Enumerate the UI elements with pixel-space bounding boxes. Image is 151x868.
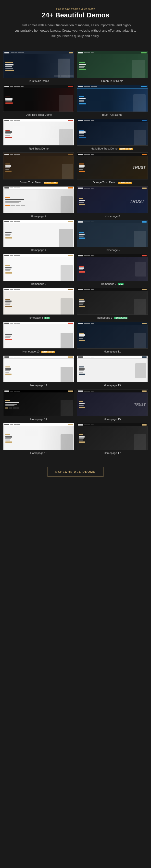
mock-logo — [4, 154, 9, 155]
mock-nav — [84, 255, 94, 256]
demo-item-trust-main[interactable]: Trust Main Demo — [3, 51, 74, 82]
mock-nav — [84, 323, 94, 324]
demo-item-green-trust[interactable]: Green Trust Demo — [77, 51, 148, 82]
mock-logo — [4, 356, 9, 358]
demo-item-hp13[interactable]: Homepage 13 — [77, 355, 148, 387]
mock-logo — [4, 322, 9, 324]
demo-label-hp14: Homepage 14 — [30, 418, 47, 421]
demo-label-hp6: Homepage 6 — [31, 282, 47, 285]
mock-logo — [78, 120, 83, 121]
demo-item-dark-red-trust[interactable]: Dark Red Trust Demo — [3, 85, 74, 116]
demo-item-dark-blue-trust[interactable]: dark Blue Trust Demo COMING SOON — [77, 119, 148, 150]
demo-item-hp15[interactable]: TRUST Homepage 15 — [77, 389, 148, 421]
demo-item-hp8[interactable]: Homepage 8 NEW — [3, 288, 74, 319]
demo-item-hp9[interactable]: Homepage 9 5 STAR RATED — [77, 288, 148, 319]
badge-new-hp8: NEW — [44, 317, 50, 319]
demo-label-blue-trust: Blue Trust Demo — [102, 113, 122, 116]
demo-item-hp6[interactable]: Homepage 6 — [3, 254, 74, 285]
demo-item-orange-trust[interactable]: TRUST Orange Trust Demo COMING SOON — [77, 152, 148, 184]
mock-logo — [4, 120, 9, 121]
main-title: 24+ Beautiful Demos — [5, 11, 146, 19]
mock-nav — [10, 154, 20, 155]
demo-item-hp10[interactable]: Homepage 10 COMING SOON — [3, 321, 74, 353]
demo-item-hp12[interactable]: Homepage 12 — [3, 355, 74, 387]
description: Trust comes with a beautiful collection … — [14, 23, 137, 39]
badge-new-hp7: NEW — [118, 283, 123, 285]
mock-nav — [84, 222, 94, 222]
demo-label-hp16: Homepage 16 — [30, 452, 47, 455]
mock-nav — [10, 356, 20, 358]
mock-logo — [4, 86, 9, 87]
mock-nav — [10, 289, 20, 290]
mock-logo — [78, 323, 83, 324]
mock-logo — [78, 188, 83, 189]
mock-logo — [4, 424, 9, 425]
mock-nav — [10, 188, 20, 188]
explore-all-button[interactable]: EXPLORE ALL DEOMS — [48, 467, 104, 477]
mock-logo — [78, 391, 83, 392]
mock-logo — [78, 255, 83, 256]
demo-label-hp15: Homepage 15 — [104, 418, 121, 421]
demo-item-hp14[interactable]: Homepage 14 — [3, 389, 74, 421]
demo-label-red-trust: Red Trust Demo — [29, 147, 49, 150]
mock-nav — [10, 221, 20, 222]
mock-logo — [4, 187, 9, 188]
mock-nav — [84, 120, 94, 121]
demo-label-hp7: Homepage 7 NEW — [101, 282, 123, 285]
mock-logo — [78, 86, 83, 87]
badge-coming-soon-hp10: COMING SOON — [41, 351, 55, 353]
demo-item-hp7[interactable]: Homepage 7 NEW — [77, 254, 148, 285]
mock-nav — [84, 289, 94, 290]
badge-star-hp9: 5 STAR RATED — [114, 317, 128, 319]
demo-label-hp3: Homepage 3 — [105, 215, 120, 218]
mock-logo — [78, 289, 83, 290]
demo-label-hp4: Homepage 4 — [31, 249, 47, 251]
mock-nav — [11, 53, 24, 53]
mock-nav — [84, 53, 94, 53]
demo-item-hp4[interactable]: Homepage 4 — [3, 220, 74, 251]
mock-logo — [78, 356, 83, 358]
mock-nav — [10, 323, 20, 323]
demo-item-hp17[interactable]: Homepage 17 — [77, 423, 148, 455]
mock-logo — [78, 154, 83, 155]
demo-label-brown-trust: Brown Trust Demo COMING SOON — [20, 181, 58, 184]
demo-label-hp13: Homepage 13 — [104, 384, 121, 387]
demo-label-hp5: Homepage 5 — [105, 249, 120, 251]
mock-logo — [4, 289, 9, 290]
demo-label-hp17: Homepage 17 — [104, 452, 121, 455]
badge-coming-soon: COMING SOON — [119, 148, 133, 150]
mock-nav — [84, 391, 94, 392]
demo-label-hp12: Homepage 12 — [30, 384, 47, 387]
mock-nav — [84, 154, 94, 155]
demo-item-red-trust[interactable]: Red Trust Demo — [3, 119, 74, 150]
badge-coming-soon-brown: COMING SOON — [43, 182, 58, 184]
demo-item-brown-trust[interactable]: Brown Trust Demo COMING SOON — [3, 152, 74, 184]
demo-item-blue-trust[interactable]: Blue Trust Demo — [77, 85, 148, 116]
mock-nav — [84, 188, 94, 188]
demo-label-hp8: Homepage 8 NEW — [27, 316, 50, 319]
mock-logo — [4, 255, 9, 256]
mock-logo — [78, 221, 83, 223]
demo-item-hp11[interactable]: Homepage 11 — [77, 321, 148, 353]
badge-coming-soon-orange: COMING SOON — [118, 182, 132, 184]
demo-item-hp16[interactable]: Homepage 16 — [3, 423, 74, 455]
demo-item-hp3[interactable]: TRUST Homepage 3 — [77, 186, 148, 218]
demo-label-orange-trust: Orange Trust Demo COMING SOON — [93, 181, 132, 184]
mock-nav — [84, 425, 94, 425]
mock-nav — [10, 255, 20, 256]
mock-logo — [4, 52, 9, 54]
mock-nav — [10, 424, 20, 425]
demo-label-trust-main: Trust Main Demo — [28, 80, 49, 82]
mock-nav — [10, 391, 20, 392]
mock-nav — [84, 86, 97, 87]
mock-logo — [4, 221, 9, 222]
mock-logo — [78, 52, 83, 54]
demo-item-hp5[interactable]: Homepage 5 — [77, 220, 148, 251]
pre-label: Pre-made demos & content — [5, 7, 146, 10]
demos-grid: Trust Main Demo — [0, 51, 151, 455]
mock-nav — [10, 120, 20, 121]
demo-label-hp10: Homepage 10 COMING SOON — [23, 350, 55, 353]
demo-label-green-trust: Green Trust Demo — [101, 80, 123, 82]
demo-label-dark-blue-trust: dark Blue Trust Demo COMING SOON — [91, 147, 133, 150]
demo-item-hp2[interactable]: Homepage 2 — [3, 186, 74, 218]
